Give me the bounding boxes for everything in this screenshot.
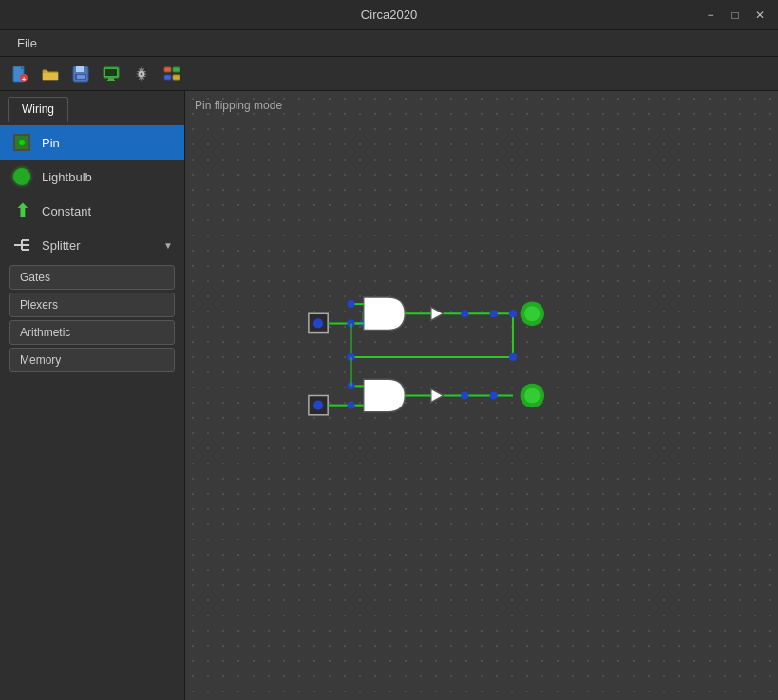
save-btn[interactable] xyxy=(66,61,95,87)
wire-node-top1 xyxy=(461,310,468,317)
svg-point-14 xyxy=(141,72,143,75)
open-icon xyxy=(41,65,60,84)
new-file-icon: + xyxy=(10,65,29,84)
and-gate-top xyxy=(364,297,406,330)
svg-rect-11 xyxy=(107,80,115,81)
svg-rect-5 xyxy=(76,66,84,72)
extra-btn[interactable] xyxy=(158,61,186,87)
category-gates[interactable]: Gates xyxy=(9,265,175,290)
svg-rect-7 xyxy=(77,75,85,79)
wire-node-top2 xyxy=(490,310,498,317)
window-controls: − □ ✕ xyxy=(700,5,770,26)
svg-rect-16 xyxy=(173,67,180,72)
restore-button[interactable]: □ xyxy=(725,5,746,26)
category-plexers[interactable]: Plexers xyxy=(9,293,175,317)
settings-btn[interactable] xyxy=(127,61,156,87)
buffer-bottom xyxy=(431,388,444,402)
wire-node-bot1 xyxy=(461,391,468,399)
wire-top-1 xyxy=(328,311,364,323)
sidebar-item-constant[interactable]: ⬆ Constant xyxy=(0,194,184,228)
pin-dot-top xyxy=(313,318,323,328)
close-button[interactable]: ✕ xyxy=(750,5,770,26)
sidebar-item-pin-label: Pin xyxy=(42,136,60,150)
svg-rect-15 xyxy=(164,67,171,72)
pin-icon xyxy=(11,132,32,153)
svg-rect-18 xyxy=(173,75,180,80)
pin-dot-bottom xyxy=(313,401,323,410)
canvas-mode-label: Pin flipping mode xyxy=(195,99,282,112)
svg-text:+: + xyxy=(22,75,27,84)
settings-icon xyxy=(132,65,151,84)
lightbulb-top-inner xyxy=(524,306,540,321)
new-file-btn[interactable]: + xyxy=(6,61,34,87)
svg-rect-17 xyxy=(164,75,171,80)
constant-icon: ⬆ xyxy=(11,200,32,221)
sidebar-item-splitter-label: Splitter xyxy=(42,238,154,253)
menu-bar: File xyxy=(0,30,778,57)
feedback-corner-top xyxy=(509,353,517,361)
category-arithmetic[interactable]: Arithmetic xyxy=(9,320,175,345)
sidebar-item-pin[interactable]: Pin xyxy=(0,125,184,160)
and-gate-bottom xyxy=(364,379,406,411)
splitter-icon xyxy=(11,235,32,255)
sidebar-item-lightbulb[interactable]: Lightbulb xyxy=(0,160,184,194)
svg-rect-9 xyxy=(105,69,117,76)
tab-wiring[interactable]: Wiring xyxy=(8,97,68,122)
toolbar: + xyxy=(0,57,778,91)
and-top-node1 xyxy=(347,300,354,308)
category-memory[interactable]: Memory xyxy=(9,348,175,372)
sidebar-list: Pin Lightbulb ⬆ Constant xyxy=(0,122,184,700)
extra-icon xyxy=(162,65,181,84)
sidebar-item-constant-label: Constant xyxy=(42,204,91,218)
minimize-button[interactable]: − xyxy=(700,5,721,26)
feedback-node-top xyxy=(509,310,517,317)
main-content: Wiring Pin Lightbulb xyxy=(0,91,778,700)
menu-file[interactable]: File xyxy=(8,32,47,54)
sidebar-tabs: Wiring xyxy=(0,91,184,122)
lightbulb-bottom-inner xyxy=(524,388,540,403)
canvas-area[interactable]: Pin flipping mode xyxy=(185,91,778,700)
window-title: Circa2020 xyxy=(361,8,417,22)
sidebar-item-lightbulb-label: Lightbulb xyxy=(42,170,92,184)
title-bar: Circa2020 − □ ✕ xyxy=(0,0,778,30)
monitor-icon xyxy=(102,65,121,84)
sidebar: Wiring Pin Lightbulb xyxy=(0,91,185,700)
and-bot-node2 xyxy=(347,402,354,409)
splitter-expand-arrow: ▼ xyxy=(163,240,173,251)
monitor-btn[interactable] xyxy=(97,61,125,87)
buffer-top xyxy=(431,307,444,320)
circuit-diagram xyxy=(185,91,778,700)
save-icon xyxy=(71,65,90,84)
svg-rect-10 xyxy=(108,78,114,80)
sidebar-item-splitter[interactable]: Splitter ▼ xyxy=(0,228,184,262)
lightbulb-icon xyxy=(11,166,32,187)
open-btn[interactable] xyxy=(36,61,65,87)
wire-node-bot2 xyxy=(490,391,498,399)
